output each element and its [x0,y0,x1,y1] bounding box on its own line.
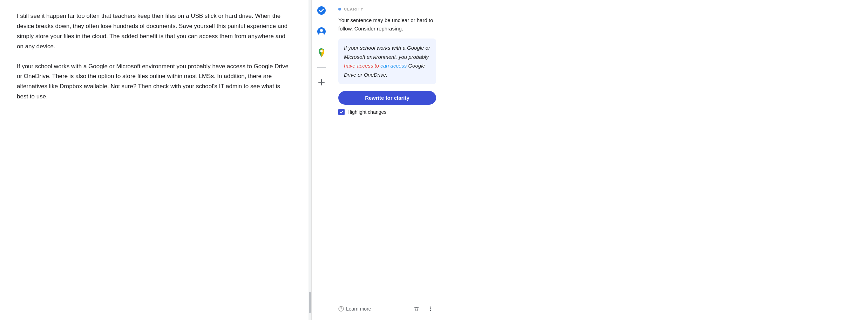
person-circle-icon [317,27,326,36]
profile-icon-btn[interactable] [315,25,328,38]
suggestion-box: If your school works with a Google or Mi… [338,39,436,84]
clarity-label-row: CLARITY [338,7,436,11]
suggestion-description: Your sentence may be unclear or hard to … [338,16,436,33]
maps-icon-btn[interactable] [315,46,328,59]
document-content: I still see it happen far too often that… [0,0,308,320]
add-icon-btn[interactable] [315,76,328,89]
sidebar-divider [317,67,326,68]
scrollbar-thumb[interactable] [309,292,311,313]
scrollbar[interactable] [308,0,311,320]
more-options-icon-btn[interactable] [425,303,436,314]
delete-icon-btn[interactable] [411,303,422,314]
question-circle-icon: ? [338,306,344,312]
clarity-label-text: CLARITY [344,7,364,11]
panel-footer: ? Learn more [338,303,436,314]
paragraph-2: If your school works with a Google or Mi… [17,62,292,102]
underlined-word-from: from [235,33,246,40]
check-circle-icon [317,6,326,15]
svg-point-15 [430,308,431,309]
suggestion-text-before: If your school works with a Google or Mi… [344,45,430,60]
more-vertical-icon [427,306,434,312]
svg-point-16 [430,310,431,311]
svg-point-0 [317,6,326,15]
paragraph-1: I still see it happen far too often that… [17,11,292,52]
svg-point-14 [430,307,431,308]
clarity-dot [338,8,341,11]
highlight-label: Highlight changes [347,109,386,115]
trash-icon [413,306,420,312]
suggestion-insert: can access [379,63,407,69]
grammarly-panel: CLARITY Your sentence may be unclear or … [331,0,443,320]
highlight-changes-row: Highlight changes [338,109,436,115]
svg-point-3 [319,33,324,36]
suggestion-strikethrough: have access to [344,63,379,69]
footer-actions [411,303,436,314]
checkmark-icon [339,110,344,114]
maps-pin-icon [317,48,326,57]
underlined-word-environment: environment [142,63,175,70]
underlined-phrase-have-access-to: have access to [212,63,252,70]
sidebar-icons [311,0,331,320]
svg-point-4 [320,50,323,53]
svg-text:?: ? [340,307,342,311]
plus-icon [318,78,325,86]
learn-more-button[interactable]: ? Learn more [338,306,371,312]
grammarly-check-icon-btn[interactable] [315,4,328,17]
rewrite-clarity-button[interactable]: Rewrite for clarity [338,91,436,105]
svg-point-2 [320,29,323,32]
learn-more-label: Learn more [346,306,371,312]
svg-rect-9 [415,308,418,311]
highlight-checkbox[interactable] [338,109,345,115]
